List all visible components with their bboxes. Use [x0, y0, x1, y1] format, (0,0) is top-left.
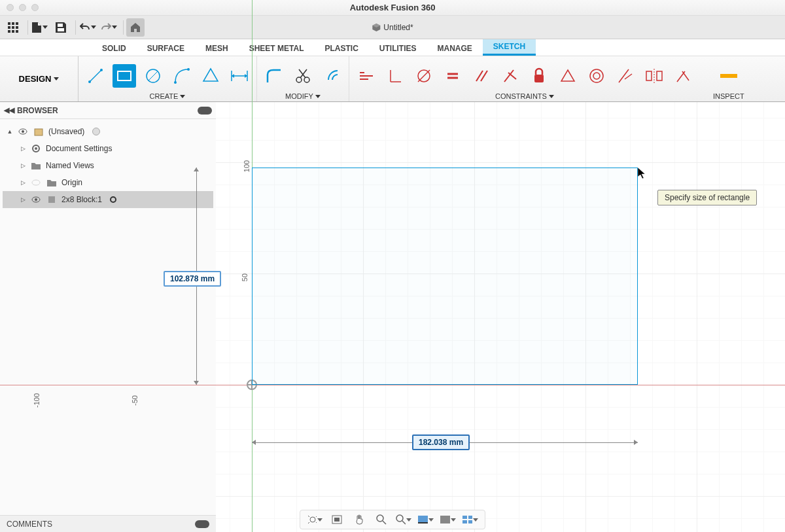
display-settings[interactable] — [418, 513, 434, 526]
eye-icon[interactable] — [17, 128, 29, 135]
svg-line-24 — [300, 69, 307, 78]
svg-rect-4 — [12, 26, 14, 29]
look-at-tool[interactable] — [329, 513, 345, 526]
symmetry-constraint[interactable] — [642, 64, 666, 88]
tab-utilities[interactable]: UTILITIES — [369, 41, 427, 56]
rectangle-tool[interactable] — [113, 64, 136, 88]
eye-hidden-icon[interactable] — [30, 179, 42, 186]
svg-rect-10 — [58, 28, 64, 31]
data-panel-button[interactable] — [4, 18, 22, 37]
svg-rect-6 — [8, 30, 10, 33]
svg-point-41 — [593, 73, 600, 79]
tab-solid[interactable]: SOLID — [92, 41, 137, 56]
inspect-tool[interactable] — [717, 64, 741, 88]
dimension-vertical-input[interactable]: 102.878 mm — [164, 271, 221, 287]
radio-active-icon[interactable] — [110, 196, 116, 203]
expand-icon[interactable]: ▷ — [20, 145, 26, 152]
parallel-constraint[interactable] — [470, 64, 493, 88]
tab-sheet-metal[interactable]: SHEET METAL — [239, 41, 315, 56]
vertical-constraint[interactable] — [383, 64, 407, 88]
line-tool[interactable] — [84, 64, 107, 88]
fillet-tool[interactable] — [262, 64, 286, 88]
svg-rect-75 — [468, 520, 472, 523]
sketch-rectangle[interactable] — [252, 168, 638, 385]
maximize-window-icon[interactable] — [31, 4, 39, 11]
trim-tool[interactable] — [291, 64, 315, 88]
orbit-tool[interactable] — [307, 513, 323, 526]
expand-icon[interactable]: ▷ — [20, 162, 26, 169]
midpoint-constraint[interactable] — [556, 64, 580, 88]
svg-point-18 — [187, 68, 190, 71]
dimension-horizontal-input[interactable]: 182.038 mm — [412, 434, 470, 450]
dimension-tool[interactable] — [228, 64, 251, 88]
settings-pill-icon[interactable] — [195, 520, 209, 528]
browser-panel: ◀◀ BROWSER ▲ (Unsaved) ▷ Document Settin… — [0, 102, 216, 532]
svg-rect-7 — [12, 30, 14, 33]
home-icon — [130, 22, 141, 33]
grid-settings[interactable] — [440, 513, 456, 526]
tree-document-settings[interactable]: ▷ Document Settings — [3, 140, 213, 157]
eye-icon[interactable] — [30, 196, 42, 203]
svg-rect-73 — [468, 516, 472, 519]
document-tab[interactable]: Untitled* — [372, 23, 413, 32]
circle-tool[interactable] — [141, 64, 165, 88]
tooltip: Specify size of rectangle — [657, 190, 757, 205]
expand-icon[interactable]: ▷ — [20, 179, 26, 186]
zoom-window-tool[interactable] — [396, 513, 411, 526]
minimize-window-icon[interactable] — [19, 4, 26, 11]
cube-icon — [372, 23, 381, 32]
browser-header[interactable]: ◀◀ BROWSER — [0, 102, 216, 119]
svg-rect-69 — [418, 516, 428, 522]
workspace-tabs: SOLID SURFACE MESH SHEET METAL PLASTIC U… — [0, 39, 785, 56]
coincident-constraint[interactable] — [412, 64, 436, 88]
svg-rect-8 — [16, 30, 18, 33]
ribbon-group-constraints: CONSTRAINTS — [349, 56, 700, 101]
polygon-tool[interactable] — [199, 64, 222, 88]
concentric-constraint[interactable] — [585, 64, 608, 88]
chevron-down-icon — [112, 26, 117, 29]
fix-constraint[interactable] — [527, 64, 551, 88]
expand-icon[interactable]: ▲ — [7, 128, 13, 135]
home-button[interactable] — [126, 18, 145, 37]
tab-surface[interactable]: SURFACE — [137, 41, 195, 56]
tab-manage[interactable]: MANAGE — [427, 41, 482, 56]
file-button[interactable] — [31, 18, 49, 37]
tab-sketch[interactable]: SKETCH — [483, 39, 536, 56]
redo-button[interactable] — [99, 18, 118, 37]
app-title: Autodesk Fusion 360 — [350, 3, 436, 12]
viewport-settings[interactable] — [462, 513, 478, 526]
tree-root[interactable]: ▲ (Unsaved) — [3, 123, 213, 140]
comments-panel-header[interactable]: COMMENTS — [0, 515, 216, 532]
tree-named-views[interactable]: ▷ Named Views — [3, 157, 213, 174]
collapse-icon: ◀◀ — [4, 106, 14, 115]
expand-icon[interactable]: ▷ — [20, 196, 26, 203]
horizontal-constraint[interactable] — [355, 64, 378, 88]
folder-icon — [46, 179, 58, 186]
zoom-tool[interactable] — [374, 513, 389, 526]
save-icon — [56, 22, 66, 33]
svg-rect-14 — [118, 71, 131, 80]
save-button[interactable] — [52, 18, 70, 37]
sketch-canvas[interactable]: 100 50 -50 -100 102.878 mm 182.038 mm Sp… — [216, 102, 785, 532]
perpendicular-constraint[interactable] — [498, 64, 522, 88]
svg-line-68 — [402, 521, 406, 524]
svg-line-42 — [619, 69, 629, 82]
tree-body-block[interactable]: ▷ 2x8 Block:1 — [3, 191, 213, 208]
settings-pill-icon[interactable] — [198, 107, 212, 115]
undo-button[interactable] — [78, 18, 97, 37]
curvature-constraint[interactable] — [671, 64, 695, 88]
tree-origin[interactable]: ▷ Origin — [3, 174, 213, 191]
workspace-selector[interactable]: DESIGN — [0, 56, 78, 101]
tangent-constraint[interactable] — [614, 64, 637, 88]
offset-tool[interactable] — [320, 64, 343, 88]
arc-tool[interactable] — [170, 64, 194, 88]
equal-constraint[interactable] — [441, 64, 464, 88]
tab-mesh[interactable]: MESH — [195, 41, 239, 56]
svg-point-57 — [35, 198, 37, 201]
svg-rect-71 — [440, 516, 450, 523]
tab-plastic[interactable]: PLASTIC — [314, 41, 368, 56]
arrow-down-icon — [194, 381, 199, 385]
pan-tool[interactable] — [351, 513, 367, 526]
chevron-down-icon — [54, 77, 59, 80]
close-window-icon[interactable] — [7, 4, 14, 11]
